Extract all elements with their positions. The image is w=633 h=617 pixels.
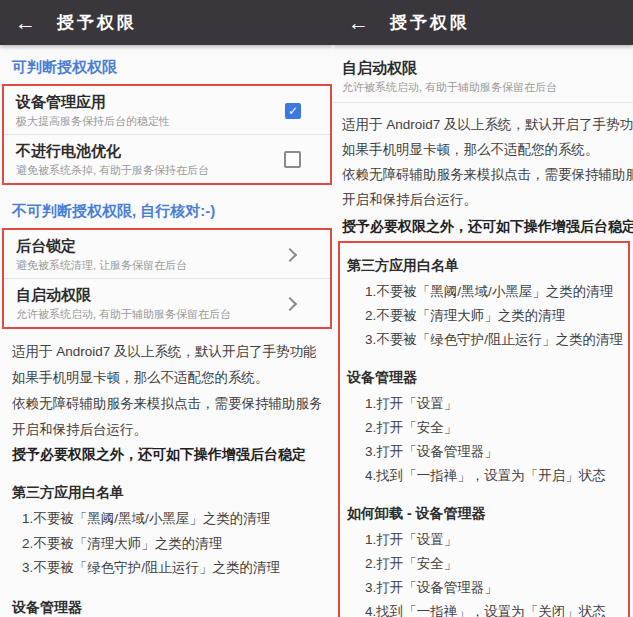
chevron-right-icon — [283, 296, 297, 310]
highlight-box-undetectable: 后台锁定 避免被系统清理, 让服务保留在后台 自启动权限 允许被系统启动, 有助… — [2, 228, 332, 329]
highlight-box-instructions: 第三方应用白名单 1.不要被「黑阈/黑域/小黑屋」之类的清理 2.不要被「清理大… — [338, 241, 630, 617]
permission-text: 自启动权限 允许被系统启动, 有助于辅助服务保留在后台 — [342, 59, 624, 94]
permission-subtitle: 极大提高服务保持后台的稳定性 — [16, 115, 285, 128]
permission-title: 设备管理应用 — [16, 93, 285, 110]
whitelist-title: 第三方应用白名单 — [12, 483, 333, 501]
paragraph-line: 依赖无障碍辅助服务来模拟点击，需要保持辅助服务的 — [12, 391, 321, 417]
permission-item-autostart[interactable]: 自启动权限 允许被系统启动, 有助于辅助服务保留在后台 — [4, 279, 330, 327]
whitelist-items: 1.不要被「黑阈/黑域/小黑屋」之类的清理 2.不要被「清理大师」之类的清理 3… — [0, 507, 333, 581]
page-title: 授予权限 — [390, 11, 470, 34]
permission-title: 自启动权限 — [342, 59, 624, 76]
paragraph-line: 适用于 Android7 及以上系统，默认开启了手势功能， — [12, 339, 321, 365]
uninstall-items: 1.打开「设置」 2.打开「安全」 3.打开「设备管理器」 4.找到「一指禅」，… — [347, 528, 628, 617]
paragraph-line: 依赖无障碍辅助服务来模拟点击，需要保持辅助服务的 — [342, 162, 633, 187]
permission-subtitle: 允许被系统启动, 有助于辅助服务保留在后台 — [16, 308, 285, 321]
checkbox-checked-icon[interactable]: ✓ — [285, 103, 301, 119]
permission-subtitle: 避免被系统清理, 让服务保留在后台 — [16, 259, 285, 272]
left-app-bar: ← 授予权限 — [0, 0, 333, 45]
permission-subtitle: 允许被系统启动, 有助于辅助服务保留在后台 — [342, 81, 624, 94]
checkbox-unchecked-icon[interactable] — [284, 151, 301, 168]
tip-bold-text: 授予必要权限之外，还可如下操作增强后台稳定 — [342, 217, 633, 235]
permission-title: 后台锁定 — [16, 237, 285, 254]
list-item: 2.不要被「清理大师」之类的清理 — [22, 532, 333, 557]
section-title-undetectable: 不可判断授权权限, 自行核对:-) — [12, 201, 321, 220]
back-arrow-icon[interactable]: ← — [348, 0, 372, 45]
list-item: 1.打开「设置」 — [365, 528, 628, 552]
permission-title: 自启动权限 — [16, 286, 285, 303]
list-item: 3.打开「设备管理器」 — [365, 576, 628, 600]
permission-text: 设备管理应用 极大提高服务保持后台的稳定性 — [16, 93, 285, 128]
whitelist-title: 第三方应用白名单 — [347, 256, 628, 274]
permission-subtitle: 避免被系统杀掉, 有助于服务保持在后台 — [16, 164, 284, 177]
paragraph-line: 开启和保持后台运行。 — [12, 417, 321, 443]
device-admin-title: 设备管理器 — [12, 598, 333, 616]
description-paragraph: 适用于 Android7 及以上系统，默认开启了手势功能， 如果手机明显卡顿，那… — [342, 112, 633, 212]
page-title: 授予权限 — [57, 11, 137, 34]
list-item: 4.找到「一指禅」，设置为「开启」状态 — [365, 464, 628, 488]
paragraph-line: 适用于 Android7 及以上系统，默认开启了手势功能， — [342, 112, 633, 137]
whitelist-items: 1.不要被「黑阈/黑域/小黑屋」之类的清理 2.不要被「清理大师」之类的清理 3… — [347, 280, 628, 352]
permission-item-battery-opt[interactable]: 不进行电池优化 避免被系统杀掉, 有助于服务保持在后台 — [4, 135, 330, 183]
section-title-detectable: 可判断授权权限 — [12, 57, 321, 76]
list-item: 3.不要被「绿色守护/阻止运行」之类的清理 — [365, 328, 628, 352]
list-item: 2.不要被「清理大师」之类的清理 — [365, 304, 628, 328]
permission-text: 后台锁定 避免被系统清理, 让服务保留在后台 — [16, 237, 285, 272]
list-item: 1.不要被「黑阈/黑域/小黑屋」之类的清理 — [365, 280, 628, 304]
paragraph-line: 如果手机明显卡顿，那么不适配您的系统。 — [342, 137, 633, 162]
list-item: 2.打开「安全」 — [365, 552, 628, 576]
permission-item-autostart[interactable]: 自启动权限 允许被系统启动, 有助于辅助服务保留在后台 — [333, 45, 633, 102]
paragraph-line: 如果手机明显卡顿，那么不适配您的系统。 — [12, 365, 321, 391]
list-item: 2.打开「安全」 — [365, 416, 628, 440]
right-app-bar: ← 授予权限 — [333, 0, 633, 45]
permission-item-device-admin[interactable]: 设备管理应用 极大提高服务保持后台的稳定性 ✓ — [4, 86, 330, 134]
list-item: 4.找到「一指禅」，设置为「关闭」状态 — [365, 600, 628, 617]
device-admin-title: 设备管理器 — [347, 368, 628, 386]
uninstall-title: 如何卸载 - 设备管理器 — [347, 504, 628, 522]
list-item: 3.打开「设备管理器」 — [365, 440, 628, 464]
back-arrow-icon[interactable]: ← — [15, 0, 39, 45]
tip-bold-text: 授予必要权限之外，还可如下操作增强后台稳定 — [12, 445, 321, 463]
highlight-box-detectable: 设备管理应用 极大提高服务保持后台的稳定性 ✓ 不进行电池优化 避免被系统杀掉,… — [2, 84, 332, 185]
list-item: 1.不要被「黑阈/黑域/小黑屋」之类的清理 — [22, 507, 333, 532]
two-screenshot-collage: ← 授予权限 可判断授权权限 设备管理应用 极大提高服务保持后台的稳定性 ✓ 不… — [0, 0, 633, 617]
permission-text: 不进行电池优化 避免被系统杀掉, 有助于服务保持在后台 — [16, 142, 284, 177]
description-paragraph: 适用于 Android7 及以上系统，默认开启了手势功能， 如果手机明显卡顿，那… — [12, 339, 321, 443]
right-screen: ← 授予权限 自启动权限 允许被系统启动, 有助于辅助服务保留在后台 适用于 A… — [333, 0, 633, 617]
list-item: 3.不要被「绿色守护/阻止运行」之类的清理 — [22, 556, 333, 581]
divider — [333, 102, 633, 103]
paragraph-line: 开启和保持后台运行。 — [342, 187, 633, 212]
left-screen: ← 授予权限 可判断授权权限 设备管理应用 极大提高服务保持后台的稳定性 ✓ 不… — [0, 0, 333, 617]
permission-text: 自启动权限 允许被系统启动, 有助于辅助服务保留在后台 — [16, 286, 285, 321]
device-admin-items: 1.打开「设置」 2.打开「安全」 3.打开「设备管理器」 4.找到「一指禅」，… — [347, 392, 628, 488]
list-item: 1.打开「设置」 — [365, 392, 628, 416]
permission-title: 不进行电池优化 — [16, 142, 284, 159]
permission-item-background-lock[interactable]: 后台锁定 避免被系统清理, 让服务保留在后台 — [4, 230, 330, 278]
chevron-right-icon — [283, 247, 297, 261]
